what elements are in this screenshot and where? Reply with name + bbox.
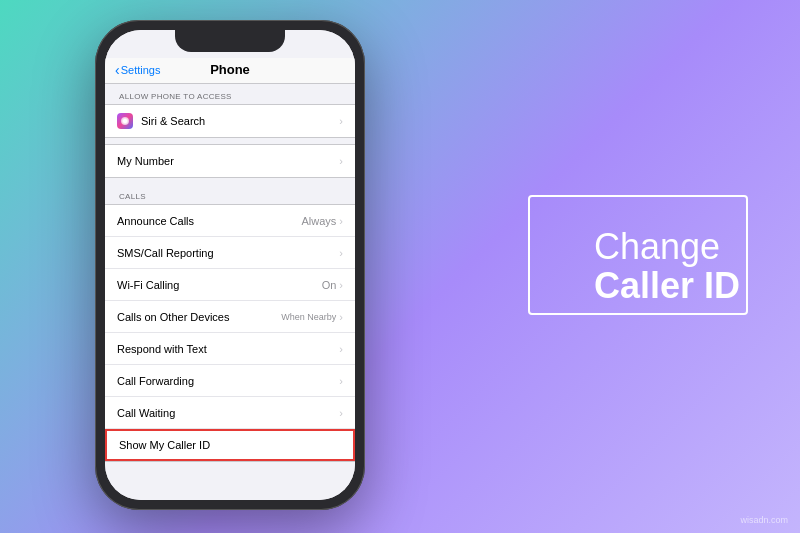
watermark: wisadn.com xyxy=(740,515,788,525)
call-waiting-label: Call Waiting xyxy=(117,407,339,419)
settings-content: ALLOW PHONE TO ACCESS Siri & Search › xyxy=(105,84,355,480)
chevron-right-icon-2: › xyxy=(339,155,343,167)
row-calls-other-devices[interactable]: Calls on Other Devices When Nearby › xyxy=(105,301,355,333)
chevron-right-icon-8: › xyxy=(339,375,343,387)
calls-other-devices-value: When Nearby xyxy=(281,312,336,322)
back-label: Settings xyxy=(121,64,161,76)
notch xyxy=(175,30,285,52)
caller-id-label: Caller ID xyxy=(594,267,740,307)
row-my-number[interactable]: My Number › xyxy=(105,145,355,177)
calls-other-devices-label: Calls on Other Devices xyxy=(117,311,281,323)
chevron-left-icon: ‹ xyxy=(115,62,120,78)
chevron-right-icon-6: › xyxy=(339,311,343,323)
nav-back-button[interactable]: ‹ Settings xyxy=(115,62,160,78)
phone-outer: ‹ Settings Phone ALLOW PHONE TO ACCESS xyxy=(95,20,365,510)
announce-calls-value: Always xyxy=(301,215,336,227)
respond-text-label: Respond with Text xyxy=(117,343,339,355)
change-label: Change xyxy=(594,227,720,267)
row-wifi-calling[interactable]: Wi-Fi Calling On › xyxy=(105,269,355,301)
section-header-access: ALLOW PHONE TO ACCESS xyxy=(105,84,355,104)
announce-calls-label: Announce Calls xyxy=(117,215,301,227)
my-number-label: My Number xyxy=(117,155,339,167)
nav-title: Phone xyxy=(210,62,250,77)
row-show-caller-id[interactable]: Show My Caller ID xyxy=(105,429,355,461)
screen: ‹ Settings Phone ALLOW PHONE TO ACCESS xyxy=(105,30,355,500)
chevron-right-icon-9: › xyxy=(339,407,343,419)
siri-icon xyxy=(117,113,133,129)
show-caller-id-label: Show My Caller ID xyxy=(119,439,341,451)
siri-search-label: Siri & Search xyxy=(141,115,339,127)
settings-group-mynumber: My Number › xyxy=(105,144,355,178)
chevron-right-icon-7: › xyxy=(339,343,343,355)
nav-bar: ‹ Settings Phone xyxy=(105,58,355,84)
row-call-forwarding[interactable]: Call Forwarding › xyxy=(105,365,355,397)
right-panel: Change Caller ID xyxy=(594,227,740,306)
settings-group-access: Siri & Search › xyxy=(105,104,355,138)
chevron-right-icon-4: › xyxy=(339,247,343,259)
chevron-right-icon-5: › xyxy=(339,279,343,291)
row-siri-search[interactable]: Siri & Search › xyxy=(105,105,355,137)
row-respond-text[interactable]: Respond with Text › xyxy=(105,333,355,365)
settings-group-calls: Announce Calls Always › SMS/Call Reporti… xyxy=(105,204,355,462)
wifi-calling-value: On xyxy=(322,279,337,291)
phone-wrapper: ‹ Settings Phone ALLOW PHONE TO ACCESS xyxy=(95,20,365,510)
row-announce-calls[interactable]: Announce Calls Always › xyxy=(105,205,355,237)
row-call-waiting[interactable]: Call Waiting › xyxy=(105,397,355,429)
wifi-calling-label: Wi-Fi Calling xyxy=(117,279,322,291)
sms-reporting-label: SMS/Call Reporting xyxy=(117,247,339,259)
call-forwarding-label: Call Forwarding xyxy=(117,375,339,387)
chevron-right-icon-3: › xyxy=(339,215,343,227)
section-header-calls: CALLS xyxy=(105,184,355,204)
row-sms-reporting[interactable]: SMS/Call Reporting › xyxy=(105,237,355,269)
phone-inner: ‹ Settings Phone ALLOW PHONE TO ACCESS xyxy=(105,30,355,500)
chevron-right-icon: › xyxy=(339,115,343,127)
